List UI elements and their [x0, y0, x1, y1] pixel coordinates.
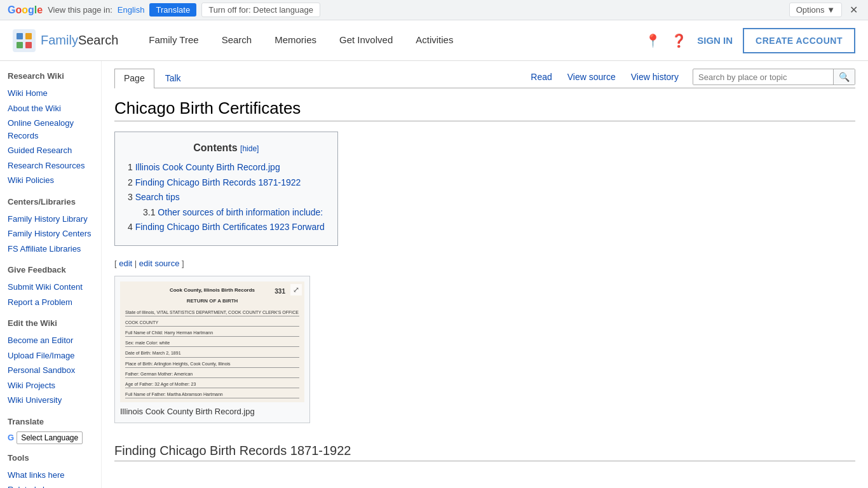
nav-search[interactable]: Search — [210, 20, 264, 61]
doc-header: Cook County, Illinois Birth Records — [125, 287, 299, 295]
close-translate-button[interactable]: ✕ — [847, 4, 860, 16]
contents-list: 1 Illinois Cook County Birth Record.jpg … — [128, 160, 325, 235]
logo-link[interactable]: FamilySearch — [13, 29, 118, 52]
sidebar-item-online-genealogy[interactable]: Online Genealogy Records — [8, 116, 93, 143]
nav-memories[interactable]: Memories — [263, 20, 328, 61]
list-item: 4 Finding Chicago Birth Certificates 192… — [128, 220, 325, 235]
main-header: FamilySearch Family Tree Search Memories… — [0, 20, 868, 61]
tab-actions: Read View source View history 🔍 — [524, 69, 855, 88]
tab-view-source[interactable]: View source — [561, 69, 622, 85]
doc-line-8: Age of Father: 32 Age of Mother: 23 — [125, 381, 299, 388]
contents-link-1[interactable]: Illinois Cook County Birth Record.jpg — [135, 162, 280, 172]
contents-box: Contents [hide] 1 Illinois Cook County B… — [114, 132, 338, 246]
header-right: 📍 ❓ SIGN IN CREATE ACCOUNT — [645, 28, 855, 53]
image-box: Cook County, Illinois Birth Records RETU… — [114, 276, 310, 423]
sidebar-item-wiki-home[interactable]: Wiki Home — [8, 86, 93, 101]
sidebar-item-fs-affiliate[interactable]: FS Affiliate Libraries — [8, 241, 93, 257]
logo-text: FamilySearch — [41, 33, 118, 48]
edit-links: [ edit | edit source ] — [114, 259, 855, 268]
doc-line-5: Date of Birth: March 2, 1891 — [125, 349, 299, 357]
sidebar-feedback-title: Give Feedback — [8, 265, 93, 274]
sidebar-item-personal-sandbox[interactable]: Personal Sandbox — [8, 363, 93, 378]
doc-line-7: Father: German Mother: American — [125, 370, 299, 378]
help-icon[interactable]: ❓ — [671, 33, 687, 48]
sidebar-item-become-editor[interactable]: Become an Editor — [8, 333, 93, 348]
search-wiki-button[interactable]: 🔍 — [833, 69, 855, 85]
page-title: Chicago Birth Certificates — [114, 98, 855, 121]
image-placeholder: Cook County, Illinois Birth Records RETU… — [120, 281, 304, 402]
sidebar-centers-title: Centers/Libraries — [8, 197, 93, 207]
tab-page[interactable]: Page — [114, 69, 154, 88]
options-button[interactable]: Options ▼ — [789, 3, 842, 17]
nav-family-tree[interactable]: Family Tree — [137, 20, 210, 61]
list-item: 3 Search tips — [128, 190, 325, 205]
sidebar-item-what-links[interactable]: What links here — [8, 468, 93, 483]
sidebar-item-research-resources[interactable]: Research Resources — [8, 158, 93, 173]
tab-talk[interactable]: Talk — [156, 69, 191, 88]
sidebar-item-family-history-library[interactable]: Family History Library — [8, 212, 93, 227]
main-nav: Family Tree Search Memories Get Involved… — [137, 20, 465, 61]
list-item: 2 Finding Chicago Birth Records 1871-192… — [128, 175, 325, 191]
list-item: 1 Illinois Cook County Birth Record.jpg — [128, 160, 325, 175]
google-g-icon: G — [8, 433, 14, 442]
doc-line-4: Sex: male Color: white — [125, 339, 299, 347]
sidebar-translate-title: Translate — [8, 417, 93, 426]
create-account-button[interactable]: CREATE ACCOUNT — [743, 28, 855, 53]
location-icon[interactable]: 📍 — [645, 33, 661, 48]
sidebar-item-related-changes[interactable]: Related changes — [8, 482, 93, 488]
translate-bar: Google View this page in: English Transl… — [0, 0, 868, 20]
google-logo: Google — [8, 4, 43, 16]
svg-rect-3 — [17, 42, 23, 48]
sidebar-tools-title: Tools — [8, 453, 93, 463]
turn-off-button[interactable]: Turn off for: Detect language — [201, 3, 320, 17]
sidebar-item-family-history-centers[interactable]: Family History Centers — [8, 226, 93, 241]
translate-language-link[interactable]: English — [118, 5, 145, 15]
contents-link-4[interactable]: Finding Chicago Birth Certificates 1923 … — [135, 222, 325, 232]
sidebar: Research Wiki Wiki Home About the Wiki O… — [0, 61, 102, 488]
translate-bar-text: View this page in: — [48, 5, 112, 15]
content-wrapper: Research Wiki Wiki Home About the Wiki O… — [0, 61, 868, 488]
translate-button[interactable]: Translate — [149, 3, 196, 17]
enlarge-icon[interactable]: ⤢ — [290, 284, 302, 295]
sidebar-item-wiki-policies[interactable]: Wiki Policies — [8, 173, 93, 188]
svg-rect-2 — [25, 33, 32, 39]
section2-heading: Finding Chicago Birth Records 1871-1922 — [114, 444, 855, 461]
sidebar-item-wiki-university[interactable]: Wiki University — [8, 393, 93, 408]
tab-view-history[interactable]: View history — [625, 69, 685, 85]
doc-line-2: COOK COUNTY — [125, 319, 299, 327]
doc-line-3: Full Name of Child: Harry Herman Hartman… — [125, 329, 299, 337]
doc-title: RETURN OF A BIRTH — [125, 297, 299, 306]
search-wiki-input[interactable] — [693, 70, 833, 85]
list-item: 3.1 Other sources of birth information i… — [128, 205, 325, 220]
doc-line-1: State of Illinois, VITAL STATISTICS DEPA… — [125, 309, 299, 316]
svg-rect-1 — [17, 33, 23, 39]
sidebar-edit-title: Edit the Wiki — [8, 318, 93, 328]
contents-title: Contents [hide] — [128, 142, 325, 154]
edit-source-link[interactable]: edit source — [139, 259, 180, 268]
doc-line-10: Mother: Marie Abramo Hartmann — [125, 401, 299, 402]
image-caption: Illinois Cook County Birth Record.jpg — [120, 406, 304, 417]
contents-link-3[interactable]: Search tips — [135, 192, 180, 202]
contents-link-3-1[interactable]: Other sources of birth information inclu… — [158, 207, 323, 217]
edit-link[interactable]: edit — [119, 259, 132, 268]
sidebar-item-wiki-projects[interactable]: Wiki Projects — [8, 378, 93, 393]
doc-line-6: Place of Birth: Arlington Heights, Cook … — [125, 360, 299, 368]
sidebar-item-about-wiki[interactable]: About the Wiki — [8, 101, 93, 116]
tab-read[interactable]: Read — [524, 69, 558, 85]
svg-rect-4 — [25, 42, 32, 48]
select-language-button[interactable]: Select Language — [17, 431, 83, 444]
doc-line-9: Full Name of Father: Martha Abramson Har… — [125, 391, 299, 398]
sidebar-item-report-problem[interactable]: Report a Problem — [8, 295, 93, 310]
nav-get-involved[interactable]: Get Involved — [328, 20, 404, 61]
contents-link-2[interactable]: Finding Chicago Birth Records 1871-1922 — [135, 177, 301, 187]
contents-hide-link[interactable]: [hide] — [240, 144, 259, 153]
page-tabs: Page Talk Read View source View history … — [114, 61, 855, 88]
sign-in-button[interactable]: SIGN IN — [697, 35, 733, 46]
familysearch-logo-icon — [13, 29, 36, 52]
document-visual: Cook County, Illinois Birth Records RETU… — [120, 281, 304, 402]
sidebar-item-guided-research[interactable]: Guided Research — [8, 143, 93, 158]
nav-activities[interactable]: Activities — [404, 20, 465, 61]
sidebar-item-submit-wiki[interactable]: Submit Wiki Content — [8, 280, 93, 295]
sidebar-item-upload-file[interactable]: Upload File/Image — [8, 348, 93, 363]
doc-number: 331 — [275, 287, 285, 297]
